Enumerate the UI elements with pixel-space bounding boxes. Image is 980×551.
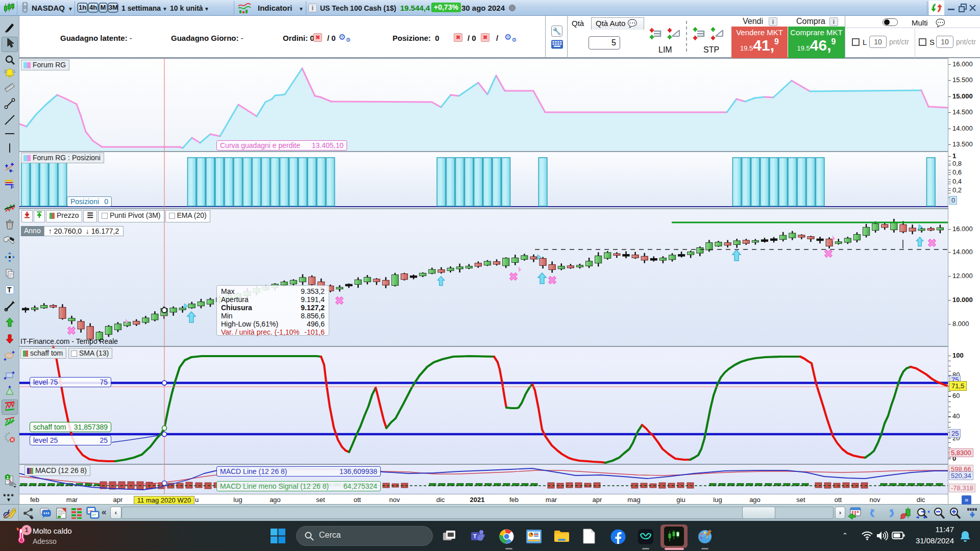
svg-text:T: T (473, 533, 477, 539)
svg-text:T: T (7, 286, 12, 294)
svg-text:1: 1 (7, 475, 9, 480)
svg-text:F: F (11, 184, 14, 190)
